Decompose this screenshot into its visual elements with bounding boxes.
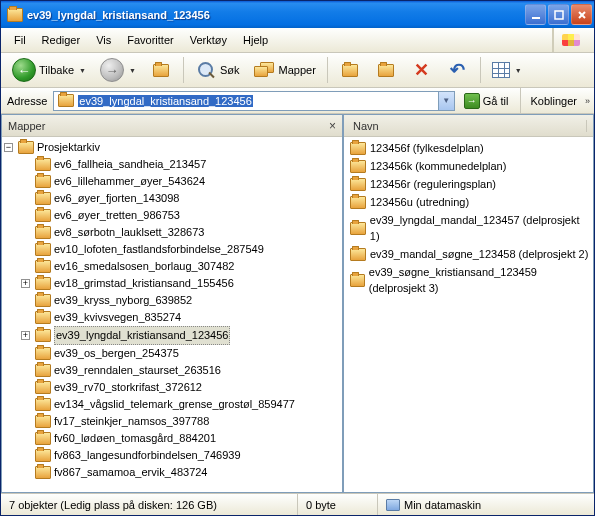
tree-item[interactable]: ev8_sørbotn_lauklsett_328673	[21, 224, 342, 241]
tree-item[interactable]: +ev18_grimstad_kristiansand_155456	[21, 275, 342, 292]
name-column-header[interactable]: Navn	[350, 120, 587, 132]
views-dropdown-icon[interactable]: ▼	[515, 67, 522, 74]
tree-item[interactable]: +ev39_lyngdal_kristiansand_123456	[21, 326, 342, 345]
tree-item[interactable]: ev39_os_bergen_254375	[21, 345, 342, 362]
delete-x-icon: ✕	[411, 59, 433, 81]
toolbar-separator	[327, 57, 328, 83]
folders-pane-title: Mapper	[8, 120, 45, 132]
expand-spacer	[21, 262, 30, 271]
toolbar-separator	[183, 57, 184, 83]
tree-item[interactable]: ev39_renndalen_staurset_263516	[21, 362, 342, 379]
tree-item[interactable]: ev10_lofoten_fastlandsforbindelse_287549	[21, 241, 342, 258]
list-item[interactable]: 123456u (utredning)	[344, 193, 593, 211]
tree-item[interactable]: fv17_steinkjer_namsos_397788	[21, 413, 342, 430]
menu-edit[interactable]: Rediger	[35, 31, 88, 49]
tree-item[interactable]: fv867_samamoa_ervik_483724	[21, 464, 342, 481]
minimize-button[interactable]	[525, 4, 546, 25]
undo-button[interactable]: ↶	[442, 56, 474, 84]
expand-spacer	[21, 400, 30, 409]
tree-item[interactable]: ev16_smedalsosen_borlaug_307482	[21, 258, 342, 275]
move-to-button[interactable]	[334, 56, 366, 84]
copy-to-button[interactable]	[370, 56, 402, 84]
menu-view[interactable]: Vis	[89, 31, 118, 49]
address-input[interactable]: ev39_lyngdal_kristiansand_123456 ▼	[53, 91, 454, 111]
forward-button[interactable]: → ▼	[95, 55, 141, 85]
folders-pane-header: Mapper ×	[2, 115, 342, 137]
links-chevron-icon[interactable]: »	[585, 96, 592, 106]
back-dropdown-icon[interactable]: ▼	[79, 67, 86, 74]
tree-item-label: ev8_sørbotn_lauklsett_328673	[54, 224, 204, 241]
back-button[interactable]: ← Tilbake ▼	[7, 55, 91, 85]
list-item[interactable]: ev39_søgne_kristiansand_123459 (delprosj…	[344, 263, 593, 297]
menu-tools[interactable]: Verktøy	[183, 31, 234, 49]
forward-dropdown-icon[interactable]: ▼	[129, 67, 136, 74]
window-title: ev39_lyngdal_kristiansand_123456	[27, 9, 521, 21]
folder-tree[interactable]: − Prosjektarkiv ev6_fallheia_sandheia_21…	[2, 137, 342, 492]
tree-root[interactable]: − Prosjektarkiv	[4, 139, 342, 156]
list-item-label: 123456u (utredning)	[370, 194, 469, 210]
status-location: Min datamaskin	[378, 494, 594, 515]
expand-spacer	[21, 468, 30, 477]
expand-spacer	[21, 417, 30, 426]
expand-spacer	[21, 383, 30, 392]
menu-file[interactable]: Fil	[7, 31, 33, 49]
list-item[interactable]: 123456f (fylkesdelplan)	[344, 139, 593, 157]
back-label: Tilbake	[39, 64, 74, 76]
toolbar: ← Tilbake ▼ → ▼ Søk Mapper ✕ ↶ ▼	[1, 53, 594, 88]
window-folder-icon	[7, 8, 23, 22]
folder-icon	[35, 260, 51, 273]
tree-item-label: ev39_lyngdal_kristiansand_123456	[54, 326, 230, 345]
tree-item-label: ev18_grimstad_kristiansand_155456	[54, 275, 234, 292]
expand-spacer	[21, 228, 30, 237]
file-list-header: Navn	[344, 115, 593, 137]
list-item[interactable]: 123456r (reguleringsplan)	[344, 175, 593, 193]
folder-icon	[35, 415, 51, 428]
expand-spacer	[21, 177, 30, 186]
file-list[interactable]: 123456f (fylkesdelplan)123456k (kommuned…	[344, 137, 593, 492]
tree-item[interactable]: ev39_kvivsvegen_835274	[21, 309, 342, 326]
tree-item-label: ev39_kryss_nyborg_639852	[54, 292, 192, 309]
tree-item[interactable]: ev134_vågslid_telemark_grense_grostøl_85…	[21, 396, 342, 413]
links-label[interactable]: Koblinger	[527, 95, 581, 107]
address-label: Adresse	[7, 95, 47, 107]
menu-favorites[interactable]: Favoritter	[120, 31, 180, 49]
tree-item[interactable]: fv60_lødøen_tomasgård_884201	[21, 430, 342, 447]
folder-icon	[35, 226, 51, 239]
go-arrow-icon: →	[464, 93, 480, 109]
address-dropdown-icon[interactable]: ▼	[438, 92, 454, 110]
tree-item[interactable]: ev6_øyer_fjorten_143098	[21, 190, 342, 207]
forward-arrow-icon: →	[100, 58, 124, 82]
close-button[interactable]	[571, 4, 592, 25]
collapse-icon[interactable]: −	[4, 143, 13, 152]
tree-item-label: ev39_kvivsvegen_835274	[54, 309, 181, 326]
folders-button[interactable]: Mapper	[249, 58, 321, 82]
folder-icon	[350, 274, 365, 287]
views-button[interactable]: ▼	[487, 59, 527, 81]
list-item-label: 123456k (kommunedelplan)	[370, 158, 506, 174]
tree-item[interactable]: ev39_kryss_nyborg_639852	[21, 292, 342, 309]
tree-item-label: ev6_øyer_fjorten_143098	[54, 190, 179, 207]
menu-help[interactable]: Hjelp	[236, 31, 275, 49]
expand-spacer	[21, 211, 30, 220]
list-item[interactable]: 123456k (kommunedelplan)	[344, 157, 593, 175]
maximize-button[interactable]	[548, 4, 569, 25]
tree-item[interactable]: fv863_langesundforbindelsen_746939	[21, 447, 342, 464]
address-bar: Adresse ev39_lyngdal_kristiansand_123456…	[1, 88, 594, 114]
search-button[interactable]: Søk	[190, 56, 245, 84]
up-button[interactable]	[145, 56, 177, 84]
list-item[interactable]: ev39_lyngdal_mandal_123457 (delprosjekt …	[344, 211, 593, 245]
delete-button[interactable]: ✕	[406, 56, 438, 84]
tree-item[interactable]: ev6_lillehammer_øyer_543624	[21, 173, 342, 190]
expand-spacer	[21, 313, 30, 322]
expand-icon[interactable]: +	[21, 279, 30, 288]
folder-icon	[35, 466, 51, 479]
tree-item-label: fv863_langesundforbindelsen_746939	[54, 447, 241, 464]
folders-pane-close-button[interactable]: ×	[329, 119, 336, 133]
tree-item[interactable]: ev6_fallheia_sandheia_213457	[21, 156, 342, 173]
tree-item[interactable]: ev39_rv70_storkrifast_372612	[21, 379, 342, 396]
go-button[interactable]: → Gå til	[459, 91, 514, 111]
list-item[interactable]: ev39_mandal_søgne_123458 (delprosjekt 2)	[344, 245, 593, 263]
expand-icon[interactable]: +	[21, 331, 30, 340]
tree-item[interactable]: ev6_øyer_tretten_986753	[21, 207, 342, 224]
tree-item-label: fv60_lødøen_tomasgård_884201	[54, 430, 216, 447]
